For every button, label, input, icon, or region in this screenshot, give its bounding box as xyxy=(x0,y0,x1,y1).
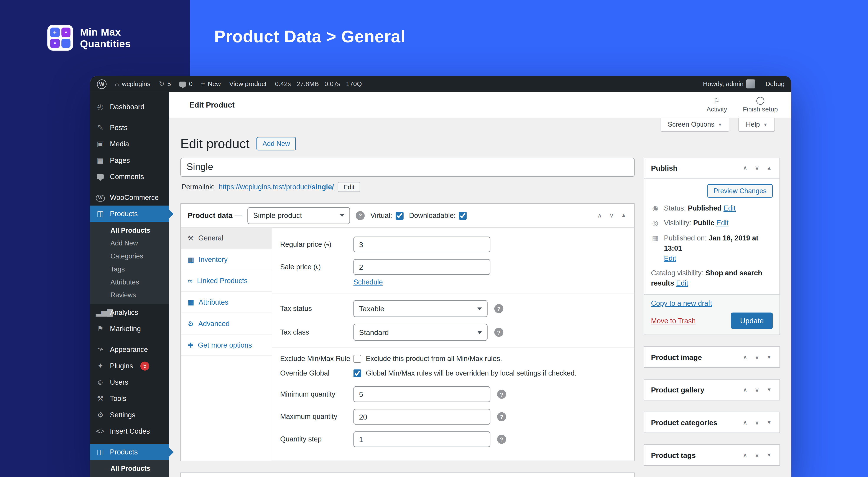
sidebar-item-label: Pages xyxy=(110,156,130,164)
virtual-checkbox[interactable] xyxy=(396,211,403,219)
move-up-icon[interactable]: ∧ xyxy=(743,387,747,393)
preview-changes-button[interactable]: Preview Changes xyxy=(707,184,773,198)
move-up-icon[interactable]: ∧ xyxy=(743,165,747,171)
move-down-icon[interactable]: ∨ xyxy=(755,165,759,171)
move-up-icon[interactable]: ∧ xyxy=(743,419,747,426)
tab-inventory[interactable]: ▥ Inventory xyxy=(181,249,272,270)
regular-price-input[interactable] xyxy=(353,237,490,252)
add-new-button[interactable]: Add New xyxy=(256,137,296,150)
move-up-icon[interactable]: ∧ xyxy=(597,212,602,218)
tab-advanced[interactable]: ⚙ Advanced xyxy=(181,313,272,335)
sidebar-item-products[interactable]: ◫ Products xyxy=(90,206,169,222)
move-down-icon[interactable]: ∨ xyxy=(755,452,759,458)
finish-setup-button[interactable]: Finish setup xyxy=(743,97,778,113)
toggle-panel-icon[interactable]: ▼ xyxy=(767,420,772,425)
debug-item[interactable]: Debug xyxy=(766,80,785,87)
sidebar-item-products-2[interactable]: ◫ Products xyxy=(90,444,169,460)
sidebar-item-settings[interactable]: ⚙ Settings xyxy=(90,407,169,423)
update-button[interactable]: Update xyxy=(731,313,773,329)
product-title-input[interactable] xyxy=(180,158,635,177)
product-type-select[interactable]: Simple product xyxy=(247,207,350,224)
comments-item[interactable]: 0 xyxy=(180,80,193,87)
sidebar-item-marketing[interactable]: ⚑ Marketing xyxy=(90,320,169,337)
schedule-link[interactable]: Schedule xyxy=(353,278,383,286)
minimum-quantity-input[interactable] xyxy=(353,386,490,402)
downloadable-checkbox[interactable] xyxy=(459,211,467,219)
tab-linked-products[interactable]: ∞ Linked Products xyxy=(181,270,272,292)
sidebar-item-plugins[interactable]: ✦ Plugins 5 xyxy=(90,357,169,374)
move-down-icon[interactable]: ∨ xyxy=(755,387,759,393)
submenu-item-attributes[interactable]: Attributes xyxy=(90,275,169,288)
toggle-panel-icon[interactable]: ▲ xyxy=(621,213,626,218)
move-down-icon[interactable]: ∨ xyxy=(755,354,759,361)
submenu-item-all-products[interactable]: All Products xyxy=(90,224,169,237)
submenu-item-add-new[interactable]: Add New xyxy=(90,237,169,249)
sidebar-item-media[interactable]: ▣ Media xyxy=(90,136,169,152)
move-down-icon[interactable]: ∨ xyxy=(609,212,614,218)
move-up-icon[interactable]: ∧ xyxy=(743,452,747,458)
sidebar-item-woocommerce[interactable]: W WooCommerce xyxy=(90,189,169,206)
tax-class-select[interactable]: Standard xyxy=(353,324,488,341)
activity-button[interactable]: ⚐ Activity xyxy=(707,97,727,113)
view-product-item[interactable]: View product xyxy=(229,80,267,87)
quantity-step-input[interactable] xyxy=(353,432,490,447)
sidebar-item-appearance[interactable]: ✑ Appearance xyxy=(90,341,169,357)
submenu-item-tags[interactable]: Tags xyxy=(90,262,169,275)
screen-options-button[interactable]: Screen Options ▼ xyxy=(660,118,730,132)
toggle-panel-icon[interactable]: ▼ xyxy=(767,387,772,393)
updates-icon: ↻ xyxy=(159,80,164,87)
help-tip-icon[interactable]: ? xyxy=(356,211,365,220)
help-tip-icon[interactable]: ? xyxy=(494,304,503,313)
help-tip-icon[interactable]: ? xyxy=(497,412,506,421)
edit-status-link[interactable]: Edit xyxy=(723,204,736,212)
updates-item[interactable]: ↻ 5 xyxy=(159,80,171,87)
toggle-panel-icon[interactable]: ▲ xyxy=(767,166,772,171)
sidebar-item-tools[interactable]: ⚒ Tools xyxy=(90,390,169,407)
site-name-item[interactable]: ⌂ wcplugins xyxy=(115,80,150,87)
copy-to-draft-link[interactable]: Copy to a new draft xyxy=(651,300,712,308)
debug-label: Debug xyxy=(766,80,785,87)
sale-price-input[interactable] xyxy=(353,259,490,275)
maximum-quantity-input[interactable] xyxy=(353,409,490,425)
wordpress-logo-icon[interactable]: W xyxy=(97,79,106,89)
product-gallery-title: Product gallery xyxy=(651,386,704,394)
sidebar-item-insert-codes[interactable]: <> Insert Codes xyxy=(90,423,169,439)
edit-published-link[interactable]: Edit xyxy=(664,254,676,262)
move-up-icon[interactable]: ∧ xyxy=(743,354,747,361)
override-global-checkbox[interactable] xyxy=(353,370,361,377)
new-content-item[interactable]: + New xyxy=(201,80,221,87)
sidebar-item-pages[interactable]: ▤ Pages xyxy=(90,152,169,168)
exclude-rule-checkbox[interactable] xyxy=(353,355,361,363)
sidebar-item-analytics[interactable]: ▂▅▇ Analytics xyxy=(90,304,169,320)
sidebar-item-label: Plugins xyxy=(110,362,133,370)
help-button[interactable]: Help ▼ xyxy=(739,118,775,132)
help-tip-icon[interactable]: ? xyxy=(497,435,506,444)
help-tip-icon[interactable]: ? xyxy=(497,389,506,399)
move-down-icon[interactable]: ∨ xyxy=(755,419,759,426)
screen-title: Edit Product xyxy=(189,101,235,109)
help-tip-icon[interactable]: ? xyxy=(494,328,503,337)
sidebar-item-users[interactable]: ☺ Users xyxy=(90,374,169,390)
attributes-icon: ▦ xyxy=(188,299,194,306)
sidebar-item-dashboard[interactable]: ◴ Dashboard xyxy=(90,99,169,115)
tab-get-more-options[interactable]: ✚ Get more options xyxy=(181,335,272,356)
tax-status-select[interactable]: Taxable xyxy=(353,300,488,317)
move-to-trash-link[interactable]: Move to Trash xyxy=(651,317,696,325)
toggle-panel-icon[interactable]: ▼ xyxy=(767,355,772,360)
toggle-panel-icon[interactable]: ▼ xyxy=(767,453,772,458)
tax-class-row: Tax class Standard ? xyxy=(280,324,625,341)
tab-attributes[interactable]: ▦ Attributes xyxy=(181,292,272,313)
submenu-item-reviews[interactable]: Reviews xyxy=(90,288,169,301)
edit-permalink-button[interactable]: Edit xyxy=(338,182,360,192)
submenu-item-categories[interactable]: Categories xyxy=(90,249,169,263)
permalink-link[interactable]: https://wcplugins.test/product/single/ xyxy=(219,183,334,191)
sidebar-item-posts[interactable]: ✎ Posts xyxy=(90,120,169,136)
my-account-item[interactable]: Howdy, admin xyxy=(703,79,755,89)
submenu-item-all-products[interactable]: All Products xyxy=(90,462,169,475)
edit-catalog-link[interactable]: Edit xyxy=(676,279,688,287)
sidebar-item-label: Marketing xyxy=(110,325,141,332)
sidebar-item-comments[interactable]: Comments xyxy=(90,168,169,185)
edit-visibility-link[interactable]: Edit xyxy=(716,219,728,227)
tab-general[interactable]: ⚒ General xyxy=(181,228,272,249)
tax-status-label: Tax status xyxy=(280,305,353,312)
